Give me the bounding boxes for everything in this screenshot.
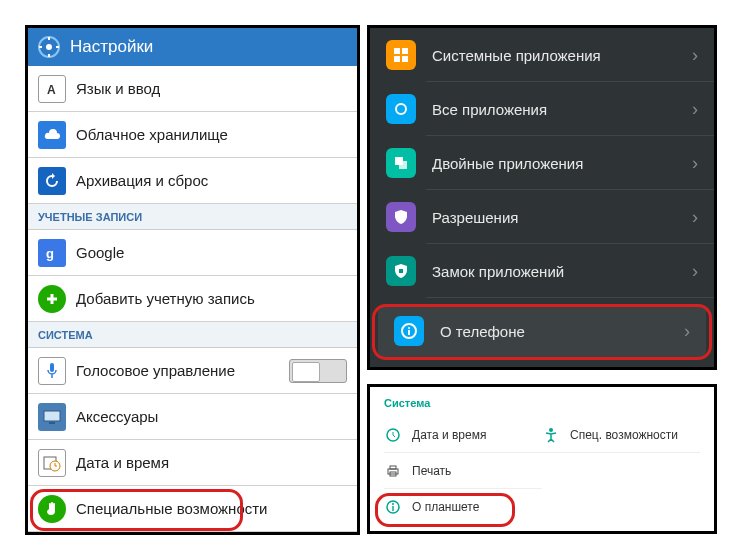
row-permissions[interactable]: Разрешения › bbox=[370, 190, 714, 244]
chevron-right-icon: › bbox=[692, 261, 698, 282]
lock-shield-icon bbox=[386, 256, 416, 286]
accessibility-icon bbox=[542, 426, 560, 444]
circle-icon bbox=[386, 94, 416, 124]
row-google[interactable]: g Google bbox=[28, 230, 357, 276]
row-label: Дата и время bbox=[76, 454, 169, 471]
svg-rect-29 bbox=[390, 466, 396, 469]
settings-title: Настройки bbox=[70, 37, 153, 57]
info-icon bbox=[394, 316, 424, 346]
row-label: Облачное хранилище bbox=[76, 126, 228, 143]
section-system: Система bbox=[384, 397, 700, 409]
svg-rect-15 bbox=[394, 48, 400, 54]
section-system: СИСТЕМА bbox=[28, 322, 357, 348]
svg-rect-21 bbox=[399, 161, 407, 169]
row-accessibility[interactable]: Специальные возможности bbox=[28, 486, 357, 532]
letter-a-icon: A bbox=[38, 75, 66, 103]
row-label: Дата и время bbox=[412, 428, 486, 442]
svg-text:g: g bbox=[46, 246, 54, 261]
svg-point-27 bbox=[549, 428, 553, 432]
row-label: Замок приложений bbox=[432, 263, 564, 280]
row-voice-control[interactable]: Голосовое управление bbox=[28, 348, 357, 394]
svg-rect-17 bbox=[394, 56, 400, 62]
refresh-icon bbox=[38, 167, 66, 195]
printer-icon bbox=[384, 462, 402, 480]
svg-point-32 bbox=[392, 503, 394, 505]
row-label: Спец. возможности bbox=[570, 428, 678, 442]
settings-panel-tablet: Система Дата и время Спец. возможности П… bbox=[367, 384, 717, 534]
row-label: Разрешения bbox=[432, 209, 518, 226]
row-label: Голосовое управление bbox=[76, 362, 235, 379]
row-label: Язык и ввод bbox=[76, 80, 160, 97]
row-backup-reset[interactable]: Архивация и сброс bbox=[28, 158, 357, 204]
chevron-right-icon: › bbox=[684, 321, 690, 342]
row-system-apps[interactable]: Системные приложения › bbox=[370, 28, 714, 82]
svg-rect-18 bbox=[402, 56, 408, 62]
svg-point-19 bbox=[396, 104, 406, 114]
chevron-right-icon: › bbox=[692, 45, 698, 66]
svg-rect-33 bbox=[392, 506, 393, 511]
row-label: Архивация и сброс bbox=[76, 172, 208, 189]
row-date-time[interactable]: Дата и время bbox=[28, 440, 357, 486]
settings-panel-dark: Системные приложения › Все приложения › … bbox=[367, 25, 717, 370]
gear-icon bbox=[36, 34, 62, 60]
svg-rect-8 bbox=[50, 363, 54, 372]
row-app-lock[interactable]: Замок приложений › bbox=[370, 244, 714, 298]
row-label: Системные приложения bbox=[432, 47, 601, 64]
section-accounts: УЧЕТНЫЕ ЗАПИСИ bbox=[28, 204, 357, 230]
row-label: Аксессуары bbox=[76, 408, 158, 425]
row-label: Специальные возможности bbox=[76, 500, 268, 517]
google-icon: g bbox=[38, 239, 66, 267]
row-date-time[interactable]: Дата и время bbox=[384, 417, 542, 453]
row-accessibility[interactable]: Спец. возможности bbox=[542, 417, 700, 453]
row-accessories[interactable]: Аксессуары bbox=[28, 394, 357, 440]
chevron-right-icon: › bbox=[692, 207, 698, 228]
svg-rect-16 bbox=[402, 48, 408, 54]
svg-point-24 bbox=[408, 327, 410, 329]
svg-rect-10 bbox=[49, 422, 55, 424]
chevron-right-icon: › bbox=[692, 99, 698, 120]
settings-panel-samsung: Настройки A Язык и ввод Облачное хранили… bbox=[25, 25, 360, 535]
svg-rect-22 bbox=[399, 269, 403, 273]
grid-icon bbox=[386, 40, 416, 70]
row-label: Google bbox=[76, 244, 124, 261]
row-cloud-storage[interactable]: Облачное хранилище bbox=[28, 112, 357, 158]
cloud-icon bbox=[38, 121, 66, 149]
settings-header: Настройки bbox=[28, 28, 357, 66]
row-language-input[interactable]: A Язык и ввод bbox=[28, 66, 357, 112]
svg-rect-9 bbox=[44, 411, 60, 421]
shield-icon bbox=[386, 202, 416, 232]
clock-icon bbox=[384, 426, 402, 444]
row-label: Добавить учетную запись bbox=[76, 290, 255, 307]
voice-toggle[interactable] bbox=[289, 359, 347, 383]
mic-icon bbox=[38, 357, 66, 385]
row-label: Все приложения bbox=[432, 101, 547, 118]
svg-point-1 bbox=[46, 44, 52, 50]
row-add-account[interactable]: Добавить учетную запись bbox=[28, 276, 357, 322]
svg-text:A: A bbox=[47, 83, 56, 96]
row-about-device[interactable]: Об устройстве bbox=[28, 532, 357, 535]
squares-icon bbox=[386, 148, 416, 178]
row-label: О планшете bbox=[412, 500, 479, 514]
info-icon bbox=[384, 498, 402, 516]
monitor-icon bbox=[38, 403, 66, 431]
row-label: Печать bbox=[412, 464, 451, 478]
row-about-tablet[interactable]: О планшете bbox=[384, 489, 542, 525]
row-dual-apps[interactable]: Двойные приложения › bbox=[370, 136, 714, 190]
svg-rect-25 bbox=[408, 330, 410, 335]
plus-icon bbox=[38, 285, 66, 313]
chevron-right-icon: › bbox=[692, 153, 698, 174]
calendar-clock-icon bbox=[38, 449, 66, 477]
row-print[interactable]: Печать bbox=[384, 453, 542, 489]
row-about-phone[interactable]: О телефоне › bbox=[378, 304, 706, 358]
row-label: О телефоне bbox=[440, 323, 525, 340]
row-all-apps[interactable]: Все приложения › bbox=[370, 82, 714, 136]
row-label: Двойные приложения bbox=[432, 155, 583, 172]
hand-icon bbox=[38, 495, 66, 523]
